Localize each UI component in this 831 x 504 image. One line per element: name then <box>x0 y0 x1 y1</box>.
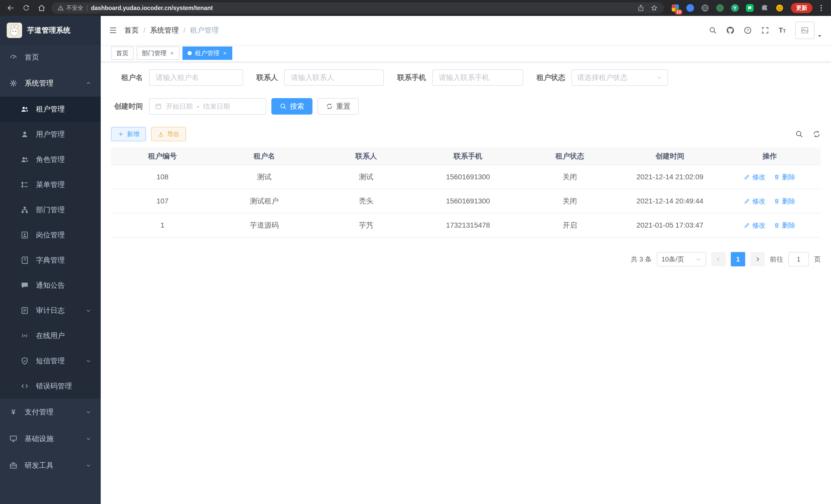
browser-home-button[interactable] <box>36 2 47 13</box>
sidebar-collapse-icon[interactable] <box>109 26 117 34</box>
reset-button[interactable]: 重置 <box>318 98 359 115</box>
extension-green-y-icon[interactable]: Y <box>731 4 739 12</box>
people-icon <box>21 105 29 113</box>
sidebar-item-infra[interactable]: 基础设施 <box>0 425 101 452</box>
cell-tenant-id: 108 <box>111 165 214 189</box>
chevron-up-icon <box>85 80 91 86</box>
toggle-search-icon[interactable] <box>795 130 803 138</box>
phone-input[interactable] <box>432 69 523 86</box>
extension-avatar-icon[interactable] <box>775 4 784 12</box>
search-button[interactable]: 搜索 <box>271 98 312 115</box>
breadcrumb-current: 租户管理 <box>190 25 219 35</box>
bookmark-star-icon[interactable] <box>651 4 658 11</box>
extension-badge: 10 <box>675 9 683 14</box>
url-bar[interactable]: 不安全 dashboard.yudao.iocoder.cn/system/te… <box>51 2 664 13</box>
col-created: 创建时间 <box>621 147 718 165</box>
breadcrumb-system[interactable]: 系统管理 <box>150 25 179 35</box>
sidebar-item-sms[interactable]: 短信管理 <box>0 348 101 374</box>
prev-page-button[interactable] <box>711 252 726 266</box>
browser-update-button[interactable]: 更新 <box>791 3 812 13</box>
page-number-button[interactable]: 1 <box>731 252 745 266</box>
page-size-select[interactable]: 10条/页 <box>657 252 706 266</box>
search-form-row-1: 租户名 联系人 联系手机 租户状态 请选择租户状态 <box>111 69 821 86</box>
status-select[interactable]: 请选择租户状态 <box>571 69 668 86</box>
avatar <box>795 22 814 39</box>
sidebar-item-home[interactable]: 首页 <box>0 45 101 70</box>
close-icon[interactable] <box>170 51 174 56</box>
refresh-table-icon[interactable] <box>812 130 821 138</box>
edit-link[interactable]: 修改 <box>744 197 766 206</box>
book-icon <box>21 256 29 264</box>
goto-label: 前往 <box>770 255 783 264</box>
create-time-range-picker[interactable]: 开始日期 - 结束日期 <box>149 98 266 115</box>
tenant-name-input[interactable] <box>149 69 243 86</box>
breadcrumb-separator: / <box>143 26 145 34</box>
sidebar-item-payment[interactable]: ¥ 支付管理 <box>0 399 101 425</box>
tab-tenant[interactable]: 租户管理 <box>182 47 232 60</box>
extension-grid-icon[interactable]: 10 <box>671 4 679 12</box>
add-button[interactable]: 新增 <box>111 127 146 141</box>
fullscreen-icon[interactable] <box>761 26 769 34</box>
next-page-button[interactable] <box>750 252 765 266</box>
close-icon[interactable] <box>223 51 227 56</box>
cell-status: 关闭 <box>518 165 621 189</box>
share-icon[interactable] <box>637 4 644 11</box>
col-actions: 操作 <box>718 147 821 165</box>
sidebar-item-dict[interactable]: 字典管理 <box>0 248 101 273</box>
delete-link[interactable]: 删除 <box>774 197 795 206</box>
extension-chat-icon[interactable] <box>746 4 754 12</box>
goto-page-input[interactable] <box>789 252 809 266</box>
font-size-icon[interactable]: TT <box>779 27 786 34</box>
extension-puzzle-icon[interactable] <box>761 4 769 12</box>
browser-menu-icon[interactable] <box>816 4 826 12</box>
refresh-icon <box>326 103 333 110</box>
user-avatar-dropdown[interactable] <box>795 22 823 39</box>
extension-blue-icon[interactable] <box>686 4 694 12</box>
sidebar-item-online-user[interactable]: 在线用户 <box>0 323 101 348</box>
sidebar-item-role[interactable]: 角色管理 <box>0 147 101 172</box>
security-label: 不安全 <box>66 4 83 12</box>
tree-list-icon <box>21 181 29 189</box>
sidebar-item-notice[interactable]: 通知公告 <box>0 273 101 298</box>
export-button[interactable]: 导出 <box>151 127 186 141</box>
sidebar-logo[interactable]: 芋道管理系统 <box>0 16 101 45</box>
sidebar-item-menu[interactable]: 菜单管理 <box>0 172 101 197</box>
extension-green-dark-icon[interactable] <box>716 4 724 12</box>
sidebar-item-error-code[interactable]: 错误码管理 <box>0 374 101 399</box>
browser-back-button[interactable] <box>5 2 17 13</box>
header-search-icon[interactable] <box>709 26 717 34</box>
logo-title: 芋道管理系统 <box>27 25 70 35</box>
delete-link[interactable]: 删除 <box>774 173 795 182</box>
breadcrumb: 首页 / 系统管理 / 租户管理 <box>124 25 219 35</box>
edit-icon <box>744 174 750 180</box>
goto-unit-label: 页 <box>814 255 821 264</box>
sidebar-item-dept[interactable]: 部门管理 <box>0 197 101 223</box>
pagination-total: 共 3 条 <box>631 255 652 264</box>
breadcrumb-home[interactable]: 首页 <box>124 25 139 35</box>
github-icon[interactable] <box>726 26 735 34</box>
date-end-placeholder: 结束日期 <box>203 102 230 111</box>
tab-dept[interactable]: 部门管理 <box>137 47 179 60</box>
sidebar-item-user[interactable]: 用户管理 <box>0 122 101 147</box>
browser-reload-button[interactable] <box>21 2 32 13</box>
sidebar-item-system[interactable]: 系统管理 <box>0 70 101 97</box>
sidebar-item-audit-log[interactable]: 审计日志 <box>0 298 101 323</box>
edit-link[interactable]: 修改 <box>744 221 766 230</box>
sidebar-item-post[interactable]: 岗位管理 <box>0 223 101 248</box>
tags-view-bar: 首页 部门管理 租户管理 <box>101 45 831 62</box>
sidebar-item-tenant[interactable]: 租户管理 <box>0 97 101 122</box>
contact-input[interactable] <box>284 69 384 86</box>
extension-globe-icon[interactable] <box>701 4 709 12</box>
tab-home[interactable]: 首页 <box>111 47 134 60</box>
cell-created: 2021-01-05 17:03:47 <box>621 213 718 237</box>
edit-link[interactable]: 修改 <box>744 173 766 182</box>
toolbox-icon <box>9 462 18 470</box>
cell-tenant-name: 测试租户 <box>214 189 315 213</box>
cell-status: 开启 <box>518 213 621 237</box>
delete-link[interactable]: 删除 <box>774 221 795 230</box>
table-header-row: 租户编号 租户名 联系人 联系手机 租户状态 创建时间 操作 <box>111 147 821 165</box>
cell-tenant-name: 芋道源码 <box>214 213 315 237</box>
help-icon[interactable] <box>744 26 752 34</box>
security-warning[interactable]: 不安全 <box>58 4 83 12</box>
sidebar-item-devtools[interactable]: 研发工具 <box>0 452 101 479</box>
